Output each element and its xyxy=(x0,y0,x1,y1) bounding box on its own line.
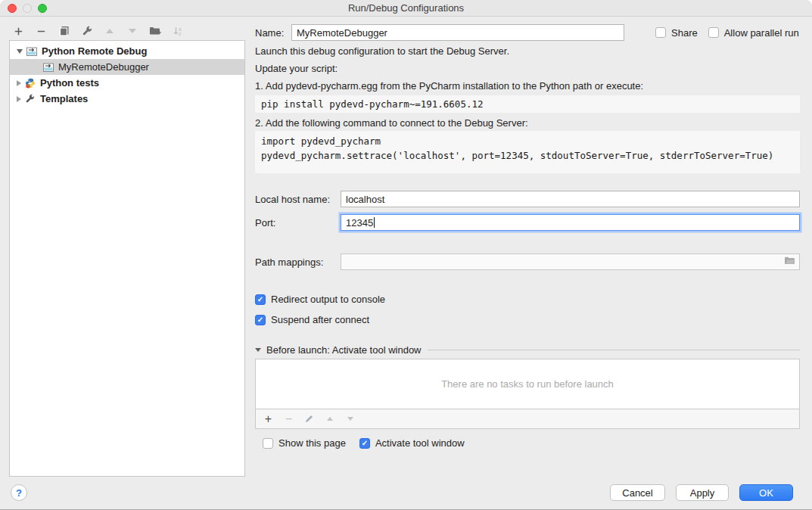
new-folder-icon[interactable] xyxy=(148,25,161,38)
pip-install-code-block: pip install pydevd-pycharm~=191.6605.12 xyxy=(255,95,800,113)
checkbox-checked[interactable]: ✓ xyxy=(255,294,266,305)
run-debug-configurations-dialog: Run/Debug Configurations az xyxy=(0,0,812,510)
tree-item-label: Python tests xyxy=(40,77,99,89)
local-host-label: Local host name: xyxy=(255,194,341,205)
path-mappings-label: Path mappings: xyxy=(255,257,341,268)
tree-item-label: Templates xyxy=(40,93,88,104)
before-launch-title: Before launch: Activate tool window xyxy=(266,344,422,356)
edit-defaults-icon[interactable] xyxy=(80,25,93,38)
help-button[interactable]: ? xyxy=(11,484,27,501)
description-line-1: Launch this debug configuration to start… xyxy=(255,45,509,57)
activate-tool-window-checkbox[interactable]: ✓ Activate tool window xyxy=(359,437,465,449)
configurations-toolbar: az xyxy=(12,23,184,39)
checkbox-checked[interactable]: ✓ xyxy=(359,438,370,449)
description-line-2: Update your script: xyxy=(255,63,338,74)
before-launch-header[interactable]: Before launch: Activate tool window xyxy=(255,344,800,356)
templates-wrench-icon xyxy=(25,94,36,104)
run-configuration-icon xyxy=(26,46,38,57)
dialog-buttons: Cancel Apply OK xyxy=(610,484,793,501)
name-row: Name: Share Allow parallel run xyxy=(255,24,800,41)
configuration-editor: Name: Share Allow parallel run Launch th… xyxy=(255,0,800,478)
before-launch-task-list[interactable]: There are no tasks to run before launch xyxy=(255,359,800,409)
redirect-output-label: Redirect output to console xyxy=(271,294,385,305)
tree-item-templates[interactable]: Templates xyxy=(10,91,244,107)
allow-parallel-run-checkbox[interactable]: Allow parallel run xyxy=(708,27,799,39)
add-configuration-icon[interactable] xyxy=(12,25,25,38)
port-value: 12345 xyxy=(346,217,373,229)
redirect-output-checkbox[interactable]: ✓ Redirect output to console xyxy=(255,294,385,305)
section-divider xyxy=(428,350,800,350)
collapsed-twirl-icon[interactable] xyxy=(17,96,21,102)
page-options-row: Show this page ✓ Activate tool window xyxy=(263,437,465,449)
apply-button[interactable]: Apply xyxy=(676,484,729,501)
checkbox-unchecked[interactable] xyxy=(263,438,273,449)
task-list-toolbar: + − xyxy=(255,409,800,429)
show-this-page-label: Show this page xyxy=(278,437,346,449)
share-label: Share xyxy=(671,27,698,39)
sort-alphabetically-icon: az xyxy=(171,25,184,38)
edit-task-icon xyxy=(303,413,315,424)
tree-item-label: Python Remote Debug xyxy=(42,45,147,57)
copy-configuration-icon[interactable] xyxy=(58,25,70,38)
tree-item-python-tests[interactable]: Python tests xyxy=(10,75,244,91)
move-up-icon xyxy=(103,25,116,38)
tree-item-python-remote-debug[interactable]: Python Remote Debug xyxy=(10,43,244,59)
configurations-tree: Python Remote Debug MyRemoteDebugger Pyt… xyxy=(9,40,245,477)
browse-folder-icon[interactable] xyxy=(784,256,796,268)
checkbox-checked[interactable]: ✓ xyxy=(255,315,266,325)
cancel-button[interactable]: Cancel xyxy=(610,484,665,501)
port-label: Port: xyxy=(255,217,341,229)
python-tests-icon xyxy=(25,78,36,89)
port-input[interactable]: 12345 xyxy=(341,214,800,231)
suspend-after-connect-checkbox[interactable]: ✓ Suspend after connect xyxy=(255,314,369,325)
code-line-settrace: pydevd_pycharm.settrace('localhost', por… xyxy=(261,148,794,163)
path-mappings-row: Path mappings: xyxy=(255,253,800,270)
move-down-icon xyxy=(126,25,138,38)
port-row: Port: 12345 xyxy=(255,214,800,231)
share-checkbox[interactable]: Share xyxy=(655,27,698,39)
move-task-up-icon xyxy=(324,413,335,424)
remove-task-icon: − xyxy=(283,413,294,424)
run-configuration-icon xyxy=(43,62,54,73)
tree-item-label: MyRemoteDebugger xyxy=(58,61,149,73)
step-2-text: 2. Add the following command to connect … xyxy=(255,117,528,129)
allow-parallel-run-label: Allow parallel run xyxy=(724,27,799,39)
code-line-import: import pydevd_pycharm xyxy=(261,134,794,148)
suspend-after-connect-label: Suspend after connect xyxy=(271,314,369,325)
add-task-icon[interactable]: + xyxy=(263,413,274,424)
expanded-twirl-icon[interactable] xyxy=(17,49,23,54)
show-this-page-checkbox[interactable]: Show this page xyxy=(263,437,346,449)
checkbox-unchecked[interactable] xyxy=(655,27,666,38)
svg-text:z: z xyxy=(179,31,181,36)
name-input[interactable] xyxy=(291,24,624,41)
section-collapse-icon[interactable] xyxy=(255,348,261,352)
settrace-code-block: import pydevd_pycharm pydevd_pycharm.set… xyxy=(255,131,800,173)
tree-item-myremotedebugger[interactable]: MyRemoteDebugger xyxy=(10,59,244,75)
step-1-text: 1. Add pydevd-pycharm.egg from the PyCha… xyxy=(255,80,643,92)
path-mappings-input[interactable] xyxy=(341,253,800,270)
text-caret xyxy=(374,217,375,228)
ok-button[interactable]: OK xyxy=(739,484,793,501)
local-host-row: Local host name: xyxy=(255,191,800,207)
move-task-down-icon xyxy=(344,413,356,424)
collapsed-twirl-icon[interactable] xyxy=(17,80,21,86)
local-host-input[interactable] xyxy=(341,191,800,207)
remove-configuration-icon[interactable] xyxy=(35,25,48,38)
name-label: Name: xyxy=(255,27,291,39)
activate-tool-window-label: Activate tool window xyxy=(375,437,465,449)
empty-tasks-text: There are no tasks to run before launch xyxy=(441,378,614,390)
checkbox-unchecked[interactable] xyxy=(708,27,719,38)
